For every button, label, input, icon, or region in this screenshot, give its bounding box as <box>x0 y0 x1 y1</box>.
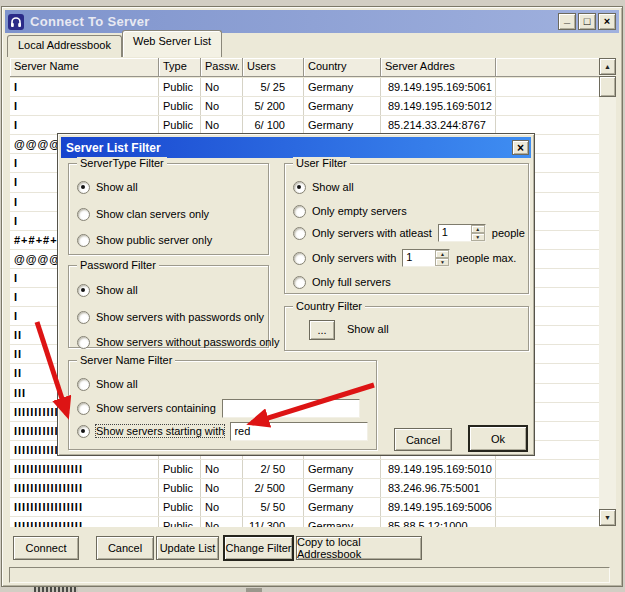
cell-type: Public <box>159 498 201 516</box>
cell-country: Germany <box>304 479 381 497</box>
tab-local-addressbook[interactable]: Local Addressbook <box>7 35 122 57</box>
dialog-close-button[interactable]: × <box>512 140 529 155</box>
spinner-value[interactable]: 1 <box>439 225 471 241</box>
cell-name: IIIIIIIIIIIIIIIII <box>10 517 159 527</box>
radio-icon <box>293 181 306 194</box>
connect-button[interactable]: Connect <box>13 536 79 560</box>
radio-password-show-all[interactable]: Show all <box>77 281 265 299</box>
cell-country: Germany <box>304 498 381 516</box>
scrollbar-thumb[interactable] <box>599 76 616 97</box>
column-header-type[interactable]: Type <box>159 58 201 77</box>
table-row[interactable]: IIIIIIIIIIIIIIIIIPublicNo2/ 50Germany89.… <box>10 460 599 479</box>
update-list-button[interactable]: Update List <box>156 536 219 560</box>
radio-icon <box>77 284 90 297</box>
spin-down-icon[interactable]: ▼ <box>435 258 449 266</box>
cell-fill <box>496 460 599 478</box>
cell-passw: No <box>201 498 243 516</box>
radio-only-empty-servers[interactable]: Only empty servers <box>293 202 525 220</box>
radio-label: Show all <box>96 181 138 193</box>
column-header-users[interactable]: Users <box>243 58 304 77</box>
table-row[interactable]: IPublicNo5/ 25Germany89.149.195.169:5061 <box>10 78 599 97</box>
radio-icon <box>77 336 90 349</box>
cell-fill <box>496 78 599 96</box>
radio-label: Show public server only <box>96 234 212 246</box>
cell-addr: 89.149.195.169:5010 <box>381 460 496 478</box>
maximize-button[interactable]: □ <box>578 13 596 30</box>
radio-name-show-all[interactable]: Show all <box>77 375 373 393</box>
table-row[interactable]: IIIIIIIIIIIIIIIIIPublicNo11/ 300Germany8… <box>10 517 599 527</box>
dialog-cancel-button[interactable]: Cancel <box>394 428 452 451</box>
radio-only-full-servers[interactable]: Only full servers <box>293 273 525 291</box>
cell-users: 5/ 50 <box>243 498 304 516</box>
cancel-button[interactable]: Cancel <box>96 536 154 560</box>
cell-name: I <box>10 78 159 96</box>
column-header-server-name[interactable]: Server Name <box>10 58 159 77</box>
scroll-down-button[interactable]: ▼ <box>599 509 616 526</box>
cell-type: Public <box>159 460 201 478</box>
cell-users: 11/ 300 <box>243 517 304 527</box>
radio-with-passwords-only[interactable]: Show servers with passwords only <box>77 308 265 326</box>
column-header-server-addres[interactable]: Server Addres <box>381 58 496 77</box>
cell-country: Germany <box>304 460 381 478</box>
spin-up-icon[interactable]: ▲ <box>435 250 449 258</box>
spinner-value[interactable]: 1 <box>403 250 435 266</box>
radio-servers-with-atleast[interactable]: Only servers with atleast 1 ▲ ▼ people <box>293 224 525 242</box>
radio-icon <box>77 425 90 438</box>
scroll-up-button[interactable]: ▲ <box>599 58 616 75</box>
table-row[interactable]: IPublicNo5/ 200Germany89.149.195.169:501… <box>10 97 599 116</box>
spin-up-icon[interactable]: ▲ <box>471 225 485 233</box>
radio-icon <box>77 181 90 194</box>
servertype-filter-legend: ServerType Filter <box>77 157 167 169</box>
radio-servers-starting-with[interactable]: Show servers starting with red <box>77 422 373 440</box>
desktop: Connect To Server _ □ × Local Addressboo… <box>0 0 625 592</box>
cell-fill <box>496 517 599 527</box>
cell-users: 6/ 100 <box>243 116 304 134</box>
radio-show-public-server-only[interactable]: Show public server only <box>77 231 265 249</box>
radio-servers-containing[interactable]: Show servers containing <box>77 399 373 417</box>
radio-servertype-show-all[interactable]: Show all <box>77 178 265 196</box>
user-filter-group: User Filter Show all Only empty servers … <box>284 163 529 294</box>
radio-label: Show clan servers only <box>96 208 209 220</box>
cell-addr: 89.149.195.169:5061 <box>381 78 496 96</box>
tab-strip: Local Addressbook Web Server List <box>7 33 222 57</box>
radio-label: Show servers starting with <box>96 425 224 437</box>
radio-label: Only servers with atleast <box>312 227 432 239</box>
dialog-titlebar[interactable]: Server List Filter × <box>61 137 531 158</box>
dialog-ok-button[interactable]: Ok <box>468 425 528 452</box>
radio-icon <box>77 378 90 391</box>
max-people-spinner[interactable]: 1 ▲ ▼ <box>402 249 450 267</box>
radio-label: Show all <box>96 378 138 390</box>
radio-icon <box>77 208 90 221</box>
tab-web-server-list[interactable]: Web Server List <box>122 30 222 57</box>
cell-users: 5/ 200 <box>243 97 304 115</box>
close-icon: × <box>604 16 610 27</box>
spin-down-icon[interactable]: ▼ <box>471 233 485 241</box>
cell-fill <box>496 479 599 497</box>
change-filter-button[interactable]: Change Filter <box>223 535 294 561</box>
cell-name: IIIIIIIIIIIIIIIII <box>10 479 159 497</box>
column-header-passw[interactable]: Passw. <box>201 58 243 77</box>
table-row[interactable]: IIIIIIIIIIIIIIIIIPublicNo2/ 500Germany83… <box>10 479 599 498</box>
table-row[interactable]: IIIIIIIIIIIIIIIIIPublicNo5/ 50Germany89.… <box>10 498 599 517</box>
radio-servers-with-max[interactable]: Only servers with 1 ▲ ▼ people max. <box>293 249 525 267</box>
radio-icon <box>77 234 90 247</box>
starting-with-input[interactable]: red <box>230 422 368 441</box>
copy-to-local-addressbook-button[interactable]: Copy to local Addressbook <box>296 536 422 560</box>
minimize-button[interactable]: _ <box>558 13 576 30</box>
country-picker-button[interactable]: ... <box>309 320 335 340</box>
radio-without-passwords-only[interactable]: Show servers without passwords only <box>77 333 265 351</box>
radio-icon <box>293 205 306 218</box>
containing-input[interactable] <box>222 399 360 418</box>
atleast-people-spinner[interactable]: 1 ▲ ▼ <box>438 224 486 242</box>
cell-fill <box>496 498 599 516</box>
cell-country: Germany <box>304 517 381 527</box>
radio-user-show-all[interactable]: Show all <box>293 178 525 196</box>
close-button[interactable]: × <box>598 13 616 30</box>
radio-show-clan-servers-only[interactable]: Show clan servers only <box>77 205 265 223</box>
window-titlebar[interactable]: Connect To Server _ □ × <box>5 10 619 33</box>
column-header-country[interactable]: Country <box>304 58 381 77</box>
cell-passw: No <box>201 460 243 478</box>
radio-label: Show servers with passwords only <box>96 311 264 323</box>
country-filter-group: Country Filter ... Show all <box>284 306 529 351</box>
vertical-scrollbar[interactable]: ▲ ▼ <box>599 58 616 526</box>
